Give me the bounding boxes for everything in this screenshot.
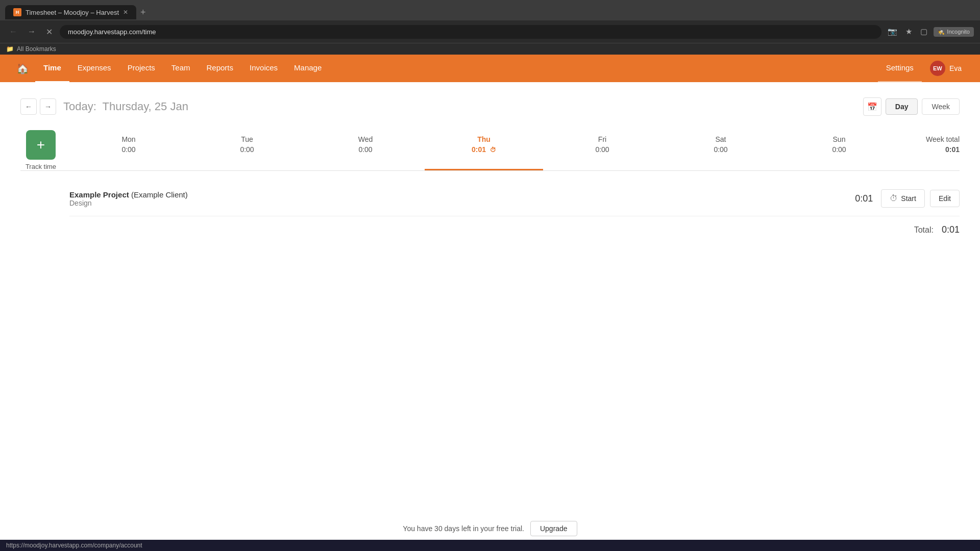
status-bar: https://moodjoy.harvestapp.com/company/a… bbox=[0, 540, 980, 551]
user-menu[interactable]: EW Eva bbox=[922, 61, 970, 76]
entry-info: Example Project (Example Client) Design bbox=[69, 190, 847, 207]
add-time-button[interactable]: + bbox=[26, 130, 56, 160]
nav-projects[interactable]: Projects bbox=[119, 54, 163, 83]
nav-manage[interactable]: Manage bbox=[286, 54, 330, 83]
day-col-wed[interactable]: Wed 0:00 bbox=[306, 130, 425, 170]
nav-reports[interactable]: Reports bbox=[199, 54, 242, 83]
upgrade-button[interactable]: Upgrade bbox=[530, 521, 577, 536]
tab-close-button[interactable]: ✕ bbox=[123, 9, 128, 16]
date-title: Today: Thursday, 25 Jan bbox=[59, 100, 191, 113]
next-date-button[interactable]: → bbox=[40, 98, 56, 115]
bookmark-star-icon[interactable]: ★ bbox=[903, 25, 914, 38]
track-time-label: Track time bbox=[26, 163, 56, 170]
track-time-area: + Track time bbox=[20, 130, 61, 170]
trial-bar: You have 30 days left in your free trial… bbox=[10, 521, 970, 536]
day-col-fri[interactable]: Fri 0:00 bbox=[543, 130, 662, 170]
timer-icon: ⏱ bbox=[490, 146, 496, 154]
day-view-button[interactable]: Day bbox=[886, 98, 918, 115]
prev-date-button[interactable]: ← bbox=[20, 98, 37, 115]
nav-invoices[interactable]: Invoices bbox=[241, 54, 286, 83]
new-tab-button[interactable]: + bbox=[136, 7, 150, 18]
day-col-sat[interactable]: Sat 0:00 bbox=[662, 130, 780, 170]
trial-text: You have 30 days left in your free trial… bbox=[403, 524, 524, 533]
main-content: ← → Today: Thursday, 25 Jan 📅 Day Week +… bbox=[0, 82, 980, 500]
settings-link[interactable]: Settings bbox=[878, 54, 922, 83]
total-row: Total: 0:01 bbox=[69, 216, 960, 243]
week-total: Week total 0:01 bbox=[898, 130, 960, 170]
bookmarks-label: All Bookmarks bbox=[17, 45, 56, 53]
total-value: 0:01 bbox=[942, 224, 960, 235]
view-controls: 📅 Day Week bbox=[863, 97, 960, 116]
url-bar[interactable] bbox=[60, 25, 881, 39]
day-col-tue[interactable]: Tue 0:00 bbox=[188, 130, 306, 170]
entry-task: Design bbox=[69, 199, 847, 207]
total-label: Total: bbox=[914, 226, 934, 235]
week-bar: + Track time Mon 0:00 Tue 0:00 Wed 0:00 bbox=[20, 130, 960, 171]
day-col-mon[interactable]: Mon 0:00 bbox=[69, 130, 188, 170]
nav-time[interactable]: Time bbox=[35, 54, 69, 83]
clock-icon: ⏱ bbox=[890, 194, 898, 203]
back-button[interactable]: ← bbox=[6, 25, 20, 38]
tab-favicon: H bbox=[13, 8, 21, 16]
start-timer-button[interactable]: ⏱ Start bbox=[881, 189, 925, 208]
sidebar-icon[interactable]: ▢ bbox=[918, 25, 929, 38]
reload-button[interactable]: ✕ bbox=[43, 25, 56, 39]
bookmarks-icon: 📁 bbox=[6, 45, 14, 53]
calendar-button[interactable]: 📅 bbox=[863, 97, 881, 116]
date-header: ← → Today: Thursday, 25 Jan 📅 Day Week bbox=[20, 97, 960, 116]
nav-expenses[interactable]: Expenses bbox=[69, 54, 119, 83]
start-label: Start bbox=[901, 194, 916, 203]
camera-icon[interactable]: 📷 bbox=[886, 25, 899, 38]
edit-entry-button[interactable]: Edit bbox=[930, 190, 960, 207]
forward-button[interactable]: → bbox=[24, 25, 39, 38]
day-col-thu[interactable]: Thu 0:01 ⏱ bbox=[425, 130, 543, 170]
incognito-badge: 🕵 Incognito bbox=[934, 27, 974, 37]
avatar: EW bbox=[930, 61, 945, 76]
time-entry-row: Example Project (Example Client) Design … bbox=[69, 181, 960, 216]
nav-team[interactable]: Team bbox=[163, 54, 199, 83]
week-view-button[interactable]: Week bbox=[922, 98, 960, 115]
day-col-sun[interactable]: Sun 0:00 bbox=[780, 130, 898, 170]
entry-time: 0:01 bbox=[847, 193, 873, 204]
entry-project: Example Project (Example Client) bbox=[69, 190, 847, 199]
incognito-icon: 🕵 bbox=[938, 29, 945, 35]
top-nav: 🏠 Time Expenses Projects Team Reports In… bbox=[0, 55, 980, 82]
status-url: https://moodjoy.harvestapp.com/company/a… bbox=[6, 542, 142, 549]
browser-tab[interactable]: H Timesheet – Moodjoy – Harvest ✕ bbox=[5, 5, 136, 19]
tab-title: Timesheet – Moodjoy – Harvest bbox=[26, 9, 119, 16]
home-icon[interactable]: 🏠 bbox=[10, 62, 35, 74]
day-columns: Mon 0:00 Tue 0:00 Wed 0:00 Thu 0:01 ⏱ bbox=[69, 130, 898, 170]
